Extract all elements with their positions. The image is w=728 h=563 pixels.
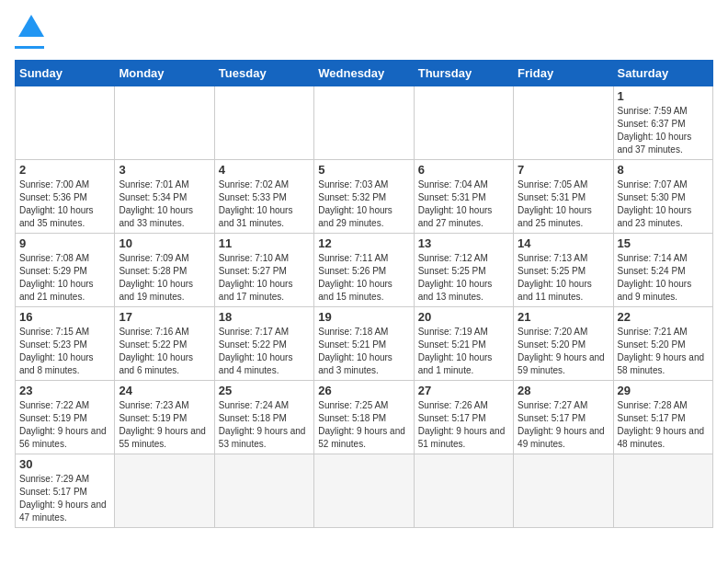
calendar-day-cell: 15Sunrise: 7:14 AM Sunset: 5:24 PM Dayli…	[613, 234, 712, 307]
calendar-day-cell: 27Sunrise: 7:26 AM Sunset: 5:17 PM Dayli…	[414, 381, 513, 454]
day-info: Sunrise: 7:21 AM Sunset: 5:20 PM Dayligh…	[618, 326, 709, 377]
day-info: Sunrise: 7:27 AM Sunset: 5:17 PM Dayligh…	[518, 399, 609, 451]
day-number: 18	[219, 310, 310, 324]
calendar-day-cell: 2Sunrise: 7:00 AM Sunset: 5:36 PM Daylig…	[16, 160, 115, 234]
calendar-day-cell: 30Sunrise: 7:29 AM Sunset: 5:17 PM Dayli…	[16, 454, 115, 528]
calendar-day-cell: 13Sunrise: 7:12 AM Sunset: 5:25 PM Dayli…	[414, 234, 513, 307]
calendar-day-cell: 24Sunrise: 7:23 AM Sunset: 5:19 PM Dayli…	[115, 381, 214, 454]
calendar-day-header: Wednesday	[314, 61, 414, 86]
calendar-week-row: 2Sunrise: 7:00 AM Sunset: 5:36 PM Daylig…	[16, 160, 713, 234]
calendar-day-cell	[414, 86, 513, 160]
day-info: Sunrise: 7:05 AM Sunset: 5:31 PM Dayligh…	[518, 178, 609, 230]
day-number: 29	[618, 384, 709, 397]
day-info: Sunrise: 7:12 AM Sunset: 5:25 PM Dayligh…	[418, 252, 509, 304]
calendar-week-row: 1Sunrise: 7:59 AM Sunset: 6:37 PM Daylig…	[16, 86, 713, 160]
calendar-day-cell	[16, 86, 115, 160]
calendar-day-cell: 23Sunrise: 7:22 AM Sunset: 5:19 PM Dayli…	[16, 381, 115, 454]
calendar-day-cell: 7Sunrise: 7:05 AM Sunset: 5:31 PM Daylig…	[514, 160, 613, 234]
day-number: 9	[19, 236, 110, 250]
day-info: Sunrise: 7:01 AM Sunset: 5:34 PM Dayligh…	[119, 178, 210, 230]
day-info: Sunrise: 7:20 AM Sunset: 5:20 PM Dayligh…	[518, 326, 609, 377]
day-number: 24	[119, 384, 210, 397]
day-info: Sunrise: 7:26 AM Sunset: 5:17 PM Dayligh…	[418, 399, 509, 451]
calendar-day-header: Friday	[514, 61, 613, 86]
calendar-day-cell: 25Sunrise: 7:24 AM Sunset: 5:18 PM Dayli…	[214, 381, 313, 454]
day-info: Sunrise: 7:13 AM Sunset: 5:25 PM Dayligh…	[518, 252, 609, 304]
calendar-day-cell: 19Sunrise: 7:18 AM Sunset: 5:21 PM Dayli…	[314, 307, 414, 381]
day-number: 19	[318, 310, 409, 324]
day-info: Sunrise: 7:04 AM Sunset: 5:31 PM Dayligh…	[418, 178, 509, 230]
day-number: 30	[19, 457, 110, 471]
calendar-day-cell: 5Sunrise: 7:03 AM Sunset: 5:32 PM Daylig…	[314, 160, 414, 234]
day-number: 25	[219, 384, 310, 397]
day-info: Sunrise: 7:16 AM Sunset: 5:22 PM Dayligh…	[119, 326, 210, 377]
day-info: Sunrise: 7:19 AM Sunset: 5:21 PM Dayligh…	[418, 326, 509, 377]
calendar-day-cell: 17Sunrise: 7:16 AM Sunset: 5:22 PM Dayli…	[115, 307, 214, 381]
calendar-day-cell: 10Sunrise: 7:09 AM Sunset: 5:28 PM Dayli…	[115, 234, 214, 307]
day-info: Sunrise: 7:28 AM Sunset: 5:17 PM Dayligh…	[618, 399, 709, 451]
calendar-day-header: Monday	[115, 61, 214, 86]
day-number: 27	[418, 384, 509, 397]
logo	[15, 15, 44, 49]
calendar-week-row: 30Sunrise: 7:29 AM Sunset: 5:17 PM Dayli…	[16, 454, 713, 528]
day-info: Sunrise: 7:14 AM Sunset: 5:24 PM Dayligh…	[618, 252, 709, 304]
day-number: 1	[618, 89, 709, 103]
day-number: 26	[318, 384, 409, 397]
calendar-day-cell: 20Sunrise: 7:19 AM Sunset: 5:21 PM Dayli…	[414, 307, 513, 381]
day-number: 6	[418, 163, 509, 177]
day-info: Sunrise: 7:17 AM Sunset: 5:22 PM Dayligh…	[219, 326, 310, 377]
calendar-day-cell: 26Sunrise: 7:25 AM Sunset: 5:18 PM Dayli…	[314, 381, 414, 454]
calendar-day-cell: 3Sunrise: 7:01 AM Sunset: 5:34 PM Daylig…	[115, 160, 214, 234]
calendar-week-row: 9Sunrise: 7:08 AM Sunset: 5:29 PM Daylig…	[16, 234, 713, 307]
day-number: 7	[518, 163, 609, 177]
day-info: Sunrise: 7:10 AM Sunset: 5:27 PM Dayligh…	[219, 252, 310, 304]
page-header	[15, 15, 713, 49]
day-number: 12	[318, 236, 409, 250]
day-info: Sunrise: 7:03 AM Sunset: 5:32 PM Dayligh…	[318, 178, 409, 230]
logo-triangle-icon	[18, 15, 44, 37]
calendar-day-cell	[514, 86, 613, 160]
day-number: 21	[518, 310, 609, 324]
day-info: Sunrise: 7:25 AM Sunset: 5:18 PM Dayligh…	[318, 399, 409, 451]
calendar-day-cell	[314, 454, 414, 528]
calendar-day-cell	[115, 454, 214, 528]
day-number: 5	[318, 163, 409, 177]
calendar-day-cell	[613, 454, 712, 528]
calendar-table: SundayMondayTuesdayWednesdayThursdayFrid…	[15, 60, 713, 528]
calendar-day-cell: 28Sunrise: 7:27 AM Sunset: 5:17 PM Dayli…	[514, 381, 613, 454]
day-info: Sunrise: 7:09 AM Sunset: 5:28 PM Dayligh…	[119, 252, 210, 304]
day-number: 15	[618, 236, 709, 250]
day-number: 4	[219, 163, 310, 177]
calendar-day-cell: 18Sunrise: 7:17 AM Sunset: 5:22 PM Dayli…	[214, 307, 313, 381]
logo-underline	[15, 46, 44, 49]
day-number: 2	[19, 163, 110, 177]
calendar-day-cell: 22Sunrise: 7:21 AM Sunset: 5:20 PM Dayli…	[613, 307, 712, 381]
day-info: Sunrise: 7:00 AM Sunset: 5:36 PM Dayligh…	[19, 178, 110, 230]
calendar-day-header: Thursday	[414, 61, 513, 86]
day-info: Sunrise: 7:29 AM Sunset: 5:17 PM Dayligh…	[19, 473, 110, 524]
calendar-day-cell: 6Sunrise: 7:04 AM Sunset: 5:31 PM Daylig…	[414, 160, 513, 234]
calendar-day-cell	[314, 86, 414, 160]
calendar-header-row: SundayMondayTuesdayWednesdayThursdayFrid…	[16, 61, 713, 86]
calendar-day-cell: 16Sunrise: 7:15 AM Sunset: 5:23 PM Dayli…	[16, 307, 115, 381]
day-info: Sunrise: 7:08 AM Sunset: 5:29 PM Dayligh…	[19, 252, 110, 304]
calendar-day-cell: 14Sunrise: 7:13 AM Sunset: 5:25 PM Dayli…	[514, 234, 613, 307]
calendar-day-cell	[115, 86, 214, 160]
day-number: 13	[418, 236, 509, 250]
calendar-day-cell: 12Sunrise: 7:11 AM Sunset: 5:26 PM Dayli…	[314, 234, 414, 307]
calendar-day-cell	[214, 86, 313, 160]
day-info: Sunrise: 7:02 AM Sunset: 5:33 PM Dayligh…	[219, 178, 310, 230]
day-info: Sunrise: 7:07 AM Sunset: 5:30 PM Dayligh…	[618, 178, 709, 230]
day-info: Sunrise: 7:18 AM Sunset: 5:21 PM Dayligh…	[318, 326, 409, 377]
day-number: 16	[19, 310, 110, 324]
day-number: 28	[518, 384, 609, 397]
day-info: Sunrise: 7:15 AM Sunset: 5:23 PM Dayligh…	[19, 326, 110, 377]
calendar-day-cell: 11Sunrise: 7:10 AM Sunset: 5:27 PM Dayli…	[214, 234, 313, 307]
calendar-day-cell: 4Sunrise: 7:02 AM Sunset: 5:33 PM Daylig…	[214, 160, 313, 234]
day-number: 10	[119, 236, 210, 250]
svg-marker-0	[18, 15, 44, 37]
day-number: 14	[518, 236, 609, 250]
calendar-day-cell: 1Sunrise: 7:59 AM Sunset: 6:37 PM Daylig…	[613, 86, 712, 160]
calendar-day-cell: 29Sunrise: 7:28 AM Sunset: 5:17 PM Dayli…	[613, 381, 712, 454]
calendar-week-row: 16Sunrise: 7:15 AM Sunset: 5:23 PM Dayli…	[16, 307, 713, 381]
